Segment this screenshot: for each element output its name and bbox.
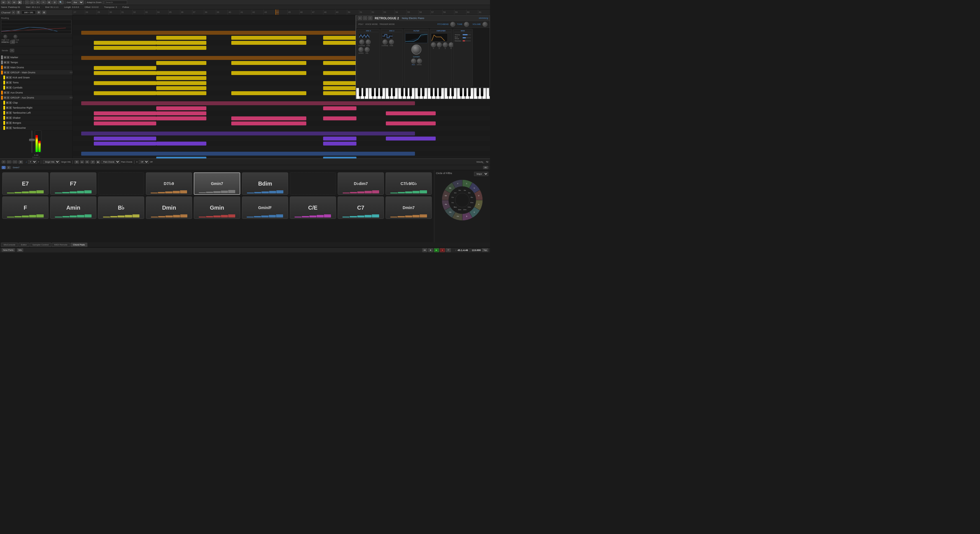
fader-handle[interactable] [29,139,35,141]
black-key[interactable] [388,88,391,96]
solo-btn[interactable]: S [9,106,12,109]
clip[interactable] [386,137,436,140]
black-key[interactable] [477,88,479,96]
solo-btn[interactable]: S [7,56,10,59]
track-row[interactable]: M S Main Drums [0,65,73,70]
tb-zoom[interactable]: 🔍 [58,0,64,4]
decay-knob[interactable] [437,42,442,47]
high-cut-knob[interactable] [3,35,7,39]
resize-btn[interactable]: ⊞ [42,11,46,14]
rewind-btn[interactable]: ⏮ [422,248,427,252]
tb-scissors[interactable]: ✂ [41,0,46,4]
low-cut-knob[interactable] [13,35,18,39]
clip[interactable] [386,111,436,115]
clip[interactable] [156,81,206,85]
mute-btn[interactable]: M [6,121,9,124]
osc2-wave-display[interactable] [382,33,393,39]
chord-pad[interactable]: Gmin [194,197,240,219]
black-key[interactable] [418,88,420,96]
black-key[interactable] [451,88,454,96]
black-key[interactable] [359,88,361,96]
black-key[interactable] [481,88,483,96]
sends-add-btn[interactable]: + [10,49,14,52]
black-key[interactable] [434,88,437,96]
clip[interactable] [94,71,156,75]
mute-btn[interactable]: M [6,86,9,89]
solo-btn[interactable]: S [9,81,12,84]
chord-pad[interactable] [290,172,336,195]
fader-track[interactable] [31,130,32,153]
mute-btn[interactable]: M [6,76,9,79]
tab-sampler-control[interactable]: Sampler Control [30,243,51,247]
singer-select[interactable]: Singer Hits [43,160,60,164]
osc1-shape-knob[interactable] [358,47,363,52]
clip[interactable] [323,71,356,75]
clip[interactable] [94,111,156,115]
black-key[interactable] [422,88,425,96]
track-row[interactable]: M S Kick and Snare [0,75,73,80]
solo-btn[interactable]: S [9,127,12,129]
solo-btn[interactable]: S [9,121,12,124]
tab-editor[interactable]: Editor [19,243,29,247]
solo-btn[interactable]: S [9,116,12,119]
clip[interactable] [156,141,206,146]
chord-pad[interactable]: D♭dim7 [338,172,384,195]
track-row[interactable]: M S Shaker [0,115,73,120]
cutoff-knob[interactable] [411,44,422,54]
search-input[interactable] [105,0,127,4]
add-track-btn[interactable]: + [12,11,15,14]
solo-btn[interactable]: S [9,86,12,89]
mute-btn[interactable]: M [6,116,9,119]
mute-btn[interactable]: M [6,127,9,129]
clip[interactable] [94,116,156,120]
clip[interactable] [323,116,356,120]
clip[interactable] [323,137,356,140]
tab-midi-remote[interactable]: MIDI Remote [52,243,70,247]
chord-pad[interactable]: Gmin/F [242,197,288,219]
chord-row2-btn2[interactable]: 2 [7,166,11,169]
play-btn[interactable]: ▶ [434,248,439,252]
solo-btn[interactable]: S [7,61,10,64]
clip[interactable] [94,41,156,45]
black-key[interactable] [405,88,408,96]
grid-select[interactable]: BarBeat [72,0,84,5]
key-select[interactable]: FGC [28,160,37,164]
chord-pad[interactable]: Gmin7 [194,172,240,195]
clip[interactable] [156,116,206,120]
clip[interactable] [156,36,206,40]
tb-m[interactable]: M [1,0,6,4]
clip[interactable] [94,81,156,85]
clip[interactable] [94,137,156,140]
mod-wheel-track[interactable] [463,37,471,38]
track-row[interactable]: M S Toms [0,80,73,85]
black-key[interactable] [372,88,374,96]
tab-chord-pads[interactable]: Chord Pads [70,243,88,247]
plugin-minimize[interactable]: − [363,16,368,20]
clip[interactable] [323,141,356,146]
tap-btn[interactable]: Tap [482,248,488,252]
clip[interactable] [231,91,306,95]
solo-btn[interactable]: S [7,71,10,74]
osc1-vol-knob[interactable] [364,47,370,52]
mute-btn[interactable]: M [4,56,6,59]
mute-btn[interactable]: M [6,111,9,114]
clip[interactable] [94,121,156,126]
chord-add-btn[interactable]: + [2,161,6,164]
clip[interactable] [231,116,306,120]
clip[interactable] [386,121,436,126]
record-btn[interactable]: ● [440,248,445,252]
chord-row2-av[interactable]: AV [483,166,488,169]
clip[interactable] [156,71,206,75]
chord-pad[interactable]: F7 [50,172,96,195]
chord-pad[interactable]: Amin [50,197,96,219]
clip[interactable] [156,157,206,158]
solo-btn[interactable]: S [7,96,10,99]
mute-btn[interactable]: M [4,61,6,64]
circle-type-select[interactable]: MajorMinor [474,172,488,176]
cycle-btn[interactable]: ⟳ [446,248,451,252]
stop-btn[interactable]: ■ [428,248,433,252]
black-key[interactable] [380,88,382,96]
clip[interactable] [323,86,356,90]
chord-settings-btn[interactable]: ⚙ [19,161,23,164]
chord-pad[interactable]: Dmin7 [385,197,432,219]
